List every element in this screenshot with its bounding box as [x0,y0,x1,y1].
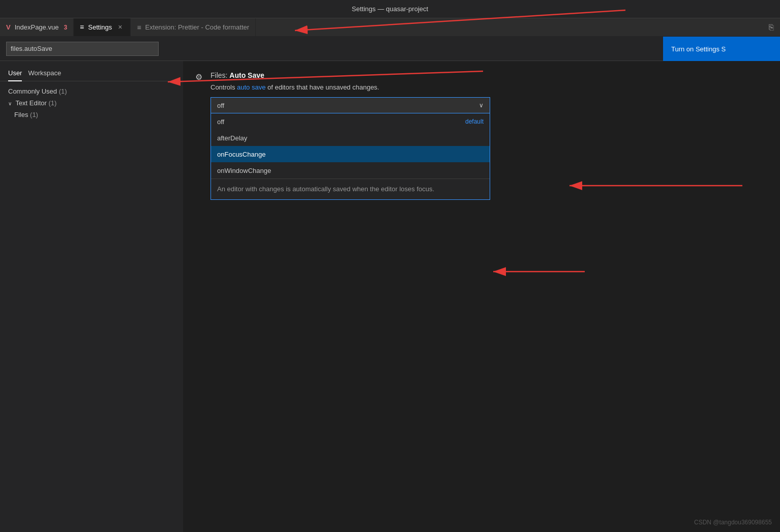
title-bar-text: Settings — quasar-project [352,5,428,13]
setting-title-prefix: Files: [211,71,229,79]
option-onfocuschange[interactable]: onFocusChange [211,146,490,162]
description-text: Controls [211,83,237,91]
option-afterdelay-label: afterDelay [217,134,247,142]
sidebar-item-commonly-used[interactable]: Commonly Used (1) [0,85,183,97]
tab-label-indexpage: IndexPage.vue [15,23,59,31]
text-editor-count: (1) [48,99,56,107]
option-afterdelay[interactable]: afterDelay [211,130,490,146]
text-editor-label: Text Editor [15,99,48,107]
chevron-down-icon: ∨ [479,102,484,109]
tab-prettier[interactable]: ≡ Extension: Prettier - Code formatter [131,18,256,36]
setting-autosave: ⚙ Files: Auto Save Controls auto save of… [195,71,768,113]
commonly-used-count: (1) [59,87,67,95]
files-label: Files [14,111,30,119]
tab-settings[interactable]: ≡ Settings × [74,18,131,36]
watermark-text: CSDN @tangdou369098655 [694,519,772,526]
new-file-icon[interactable]: ⎘ [769,23,774,32]
scope-tabs: User Workspace [0,65,183,81]
files-count: (1) [30,111,38,119]
option-off-default: default [465,118,484,125]
tab-actions: ⎘ [763,18,780,36]
dropdown-selected-value[interactable]: off ∨ [211,97,490,113]
main-content: User Workspace Commonly Used (1) ∨ Text … [0,61,780,532]
prettier-tab-icon: ≡ [137,23,141,32]
description-rest: of editors that have unsaved changes. [265,83,379,91]
option-description-text: An editor with changes is automatically … [217,185,434,193]
auto-save-link[interactable]: auto save [237,83,265,91]
gear-icon: ⚙ [195,72,202,113]
option-off-label: off [217,118,224,126]
selected-option-label: off [217,102,224,109]
vue-logo-icon: V [6,23,11,31]
option-onfocuschange-label: onFocusChange [217,151,265,158]
dropdown-list: off default afterDelay onFocusChange [211,113,490,200]
settings-panel: ⚙ Files: Auto Save Controls auto save of… [183,61,780,532]
settings-tab-icon: ≡ [80,23,84,31]
option-description: An editor with changes is automatically … [211,179,490,199]
turn-on-settings-label: Turn on Settings S [671,45,726,53]
setting-description: Controls auto save of editors that have … [211,83,768,91]
setting-title: Files: Auto Save [211,71,768,79]
option-onwindowchange-label: onWindowChange [217,167,271,174]
tab-bar: V IndexPage.vue 3 ≡ Settings × ≡ Extensi… [0,18,780,37]
setting-content: Files: Auto Save Controls auto save of e… [211,71,768,113]
title-bar: Settings — quasar-project [0,0,780,18]
autosave-dropdown: off ∨ off default afterDelay [211,97,490,113]
sidebar-item-text-editor[interactable]: ∨ Text Editor (1) [0,97,183,109]
tab-label-settings: Settings [88,23,112,31]
search-bar: 2 Settings Found Turn on Settings S [0,37,780,61]
setting-title-bold: Auto Save [229,71,264,79]
tab-workspace[interactable]: Workspace [28,65,67,81]
watermark: CSDN @tangdou369098655 [694,519,772,526]
turn-on-settings-button[interactable]: Turn on Settings S [663,37,780,61]
tab-label-prettier: Extension: Prettier - Code formatter [145,23,249,31]
commonly-used-label: Commonly Used [8,87,59,95]
option-onwindowchange[interactable]: onWindowChange [211,162,490,179]
close-icon[interactable]: × [116,22,124,32]
search-input[interactable] [6,42,159,56]
sidebar: User Workspace Commonly Used (1) ∨ Text … [0,61,183,532]
tab-user[interactable]: User [8,65,28,81]
tab-badge-indexpage: 3 [64,24,67,31]
sidebar-item-files[interactable]: Files (1) [0,109,183,121]
chevron-down-icon: ∨ [8,101,12,106]
tab-indexpage[interactable]: V IndexPage.vue 3 [0,18,74,36]
option-off[interactable]: off default [211,113,490,130]
